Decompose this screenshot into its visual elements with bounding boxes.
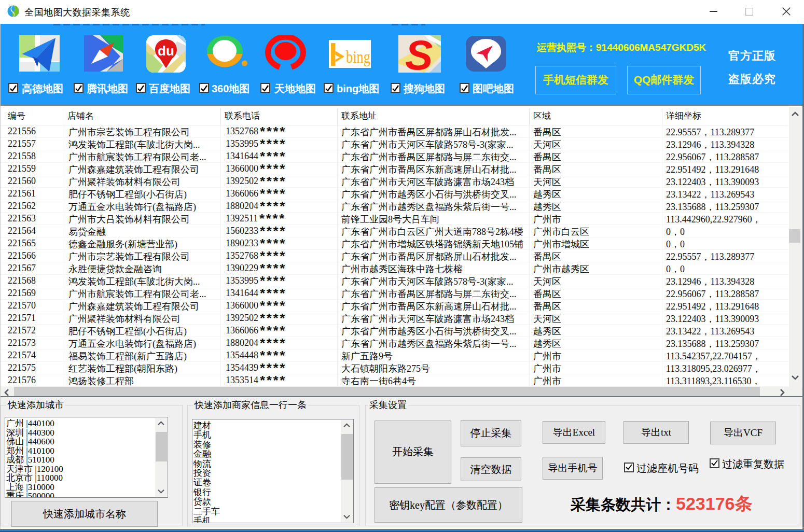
svg-text:du: du: [158, 43, 174, 59]
svg-text:S: S: [405, 35, 433, 73]
svg-text:bing: bing: [346, 47, 370, 66]
